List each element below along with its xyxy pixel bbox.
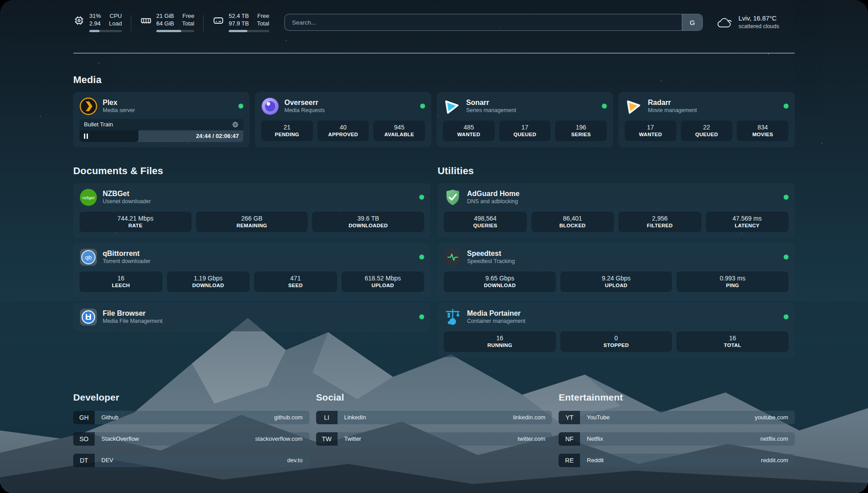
stat-available: 945 AVAILABLE	[373, 121, 425, 141]
status-dot	[419, 255, 424, 259]
bookmark-netflix[interactable]: NF Netflix netflix.com	[559, 432, 795, 446]
bookmark-abbr: LI	[316, 411, 338, 424]
search-input[interactable]	[285, 14, 682, 30]
app-card-plex[interactable]: Plex Media server Bullet Train	[73, 92, 250, 147]
app-description: Movie management	[648, 107, 697, 114]
stat-rate: 744.21 Mbps RATE	[79, 212, 192, 232]
weather-condition: scattered clouds	[739, 23, 779, 30]
app-description: Usenet downloader	[103, 198, 151, 205]
bookmark-youtube[interactable]: YT YouTube youtube.com	[559, 411, 795, 424]
header-divider	[73, 53, 795, 54]
memory-free-label: Free	[182, 13, 194, 20]
stat-downloaded: 39.6 TB DOWNLOADED	[312, 212, 424, 232]
memory-free-value: 21 GiB	[156, 13, 174, 20]
memory-total-label: Total	[182, 20, 194, 28]
bookmark-abbr: GH	[73, 411, 95, 424]
bookmark-url: stackoverflow.com	[255, 435, 302, 442]
app-description: Series management	[466, 107, 516, 114]
weather-location-temp: Lviv, 16.87°C	[739, 14, 779, 23]
bookmarks-developer: Developer GH Github github.com SO StackO…	[73, 392, 309, 475]
app-card-nzbget[interactable]: nzbget NZBGet Usenet downloader 744.21 M…	[73, 183, 430, 238]
stat-blocked: 86,401 BLOCKED	[531, 212, 614, 232]
stat-divider	[131, 15, 131, 31]
plex-icon	[79, 97, 97, 115]
section-title-entertainment: Entertainment	[559, 392, 795, 403]
stat-queued: 17 QUEUED	[499, 121, 551, 141]
disk-icon	[213, 15, 224, 26]
app-name: Media Portainer	[467, 309, 526, 318]
app-card-portainer[interactable]: Media Portainer Container management 16 …	[438, 303, 795, 357]
playback-progress-bar[interactable]: 24:44 / 02:06:47	[79, 130, 243, 142]
memory-icon	[140, 15, 152, 26]
gear-icon[interactable]	[232, 121, 239, 128]
bookmark-abbr: RE	[559, 454, 580, 467]
app-card-overseerr[interactable]: Overseerr Media Requests 21 PENDING 40 A…	[255, 92, 431, 147]
app-description: Media File Management	[103, 318, 163, 325]
svg-text:qb: qb	[85, 254, 92, 261]
pause-icon[interactable]	[84, 134, 88, 139]
stat-total: 16 TOTAL	[676, 331, 789, 352]
app-name: File Browser	[103, 309, 163, 318]
section-title-documents: Documents & Files	[73, 165, 430, 177]
disk-progress-bar	[229, 30, 269, 32]
search-bar[interactable]: G	[284, 14, 703, 31]
filebrowser-icon	[79, 308, 97, 326]
bookmark-abbr: SO	[73, 432, 95, 446]
radarr-icon	[625, 97, 643, 115]
stat-download: 1.19 Gbps DOWNLOAD	[167, 272, 250, 292]
disk-total-label: Total	[257, 20, 269, 28]
app-card-filebrowser[interactable]: File Browser Media File Management	[73, 303, 430, 331]
bookmark-reddit[interactable]: RE Reddit reddit.com	[559, 454, 795, 467]
stat-wanted: 485 WANTED	[443, 121, 495, 141]
status-dot	[419, 195, 424, 200]
status-dot	[784, 314, 789, 319]
bookmark-url: youtube.com	[755, 414, 788, 421]
app-name: AdGuard Home	[467, 189, 519, 198]
app-name: Speedtest	[467, 249, 515, 258]
app-card-radarr[interactable]: Radarr Movie management 17 WANTED 22 QUE…	[618, 92, 795, 147]
qbittorrent-icon: qb	[79, 248, 97, 266]
cpu-icon	[73, 15, 85, 26]
app-card-sonarr[interactable]: Sonarr Series management 485 WANTED 17 Q…	[437, 92, 613, 147]
nzbget-icon: nzbget	[79, 188, 97, 206]
app-name: Radarr	[648, 98, 697, 107]
app-description: DNS and adblocking	[467, 198, 519, 205]
overseerr-icon	[261, 97, 279, 115]
app-name: Plex	[103, 98, 135, 107]
adguard-icon	[444, 188, 462, 206]
app-description: Media Requests	[284, 107, 325, 114]
google-search-button[interactable]: G	[682, 14, 702, 30]
status-dot	[602, 104, 607, 109]
app-card-speedtest[interactable]: Speedtest Speedtest Tracking 9.65 Gbps D…	[438, 243, 795, 297]
sonarr-icon	[443, 97, 461, 115]
status-dot	[784, 104, 789, 109]
bookmark-linkedin[interactable]: LI LinkedIn linkedin.com	[316, 411, 552, 424]
memory-total-value: 64 GiB	[156, 20, 174, 28]
stat-pending: 21 PENDING	[261, 121, 313, 141]
app-name: qBittorrent	[103, 249, 150, 258]
stat-upload: 618.52 Mbps UPLOAD	[342, 272, 425, 292]
status-dot	[238, 104, 243, 109]
app-description: Container management	[467, 318, 526, 325]
app-description: Speedtest Tracking	[467, 258, 515, 265]
now-playing-title: Bullet Train	[84, 121, 113, 128]
status-dot	[419, 314, 424, 319]
app-card-qbittorrent[interactable]: qb qBittorrent Torrent downloader 16 LEE…	[73, 243, 430, 297]
bookmark-abbr: YT	[559, 411, 580, 424]
playback-time: 24:44 / 02:06:47	[196, 130, 239, 142]
bookmarks-social: Social LI LinkedIn linkedin.com TW Twitt…	[316, 392, 552, 475]
status-dot	[784, 195, 789, 200]
app-card-adguard[interactable]: AdGuard Home DNS and adblocking 498,564 …	[438, 183, 795, 238]
status-dot	[420, 104, 425, 109]
stat-seed: 471 SEED	[254, 272, 337, 292]
stat-latency: 47.569 ms LATENCY	[706, 212, 789, 232]
bookmark-abbr: NF	[559, 432, 580, 446]
bookmark-url: dev.to	[287, 457, 302, 464]
bookmark-twitter[interactable]: TW Twitter twitter.com	[316, 432, 552, 446]
bookmark-stackoverflow[interactable]: SO StackOverflow stackoverflow.com	[73, 432, 309, 446]
bookmark-github[interactable]: GH Github github.com	[73, 411, 309, 424]
cloud-icon	[716, 15, 733, 30]
status-dot	[784, 255, 789, 259]
bookmark-dev[interactable]: DT DEV dev.to	[73, 454, 309, 467]
bookmark-url: linkedin.com	[513, 414, 545, 421]
